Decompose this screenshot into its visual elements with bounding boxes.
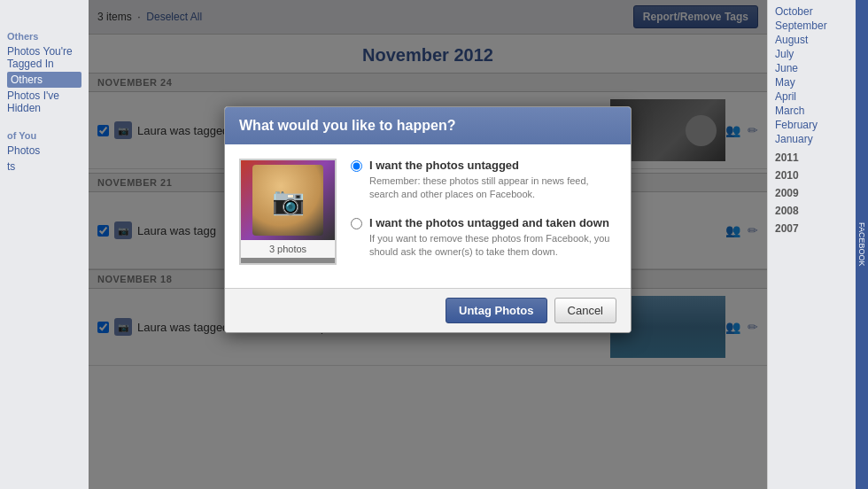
modal-dialog: What would you like to happen? 📷 3 photo… <box>224 106 632 333</box>
modal-option-2: I want the photos untagged and taken dow… <box>351 216 616 260</box>
main-content: 3 items · Deselect All Report/Remove Tag… <box>89 0 767 489</box>
modal-header: What would you like to happen? <box>225 107 631 144</box>
year-2011[interactable]: 2011 <box>775 151 849 164</box>
section-label-others: Others <box>7 31 81 42</box>
facebook-label: FACEBOOK <box>856 0 868 489</box>
cancel-button[interactable]: Cancel <box>554 298 616 323</box>
section-label-you: of You <box>7 130 81 141</box>
right-sidebar: October September August July June May A… <box>767 0 856 489</box>
modal-footer: Untag Photos Cancel <box>225 288 631 332</box>
month-item-september[interactable]: September <box>775 19 849 33</box>
month-item-may[interactable]: May <box>775 75 849 89</box>
modal-photo-inner: 📷 <box>241 160 335 240</box>
month-item-january[interactable]: January <box>775 132 849 146</box>
sidebar-item-tagged[interactable]: Photos You're Tagged In <box>7 43 81 72</box>
modal-photo-preview: 📷 3 photos <box>239 159 337 265</box>
month-item-february[interactable]: February <box>775 118 849 132</box>
month-item-august[interactable]: August <box>775 33 849 47</box>
modal-photo-caption: 3 photos <box>241 240 335 258</box>
sidebar-item-others[interactable]: Others <box>7 72 81 88</box>
option2-desc: If you want to remove these photos from … <box>369 232 616 260</box>
option1-title: I want the photos untagged <box>369 159 616 172</box>
month-item-march[interactable]: March <box>775 104 849 118</box>
option2-title: I want the photos untagged and taken dow… <box>369 216 616 229</box>
option1-radio[interactable] <box>351 160 362 172</box>
modal-body: 📷 3 photos I want the photos untagged Re… <box>225 144 631 288</box>
untag-photos-button[interactable]: Untag Photos <box>446 298 547 323</box>
month-item-october[interactable]: October <box>775 4 849 19</box>
year-2009[interactable]: 2009 <box>775 187 849 199</box>
option1-text: I want the photos untagged Remember: the… <box>369 159 616 202</box>
sidebar-item-photos[interactable]: Photos <box>7 143 81 159</box>
sidebar-item-ts[interactable]: ts <box>7 159 81 175</box>
option1-desc: Remember: these photos still appear in n… <box>369 175 616 202</box>
modal-options: I want the photos untagged Remember: the… <box>351 159 616 274</box>
month-item-april[interactable]: April <box>775 89 849 104</box>
month-item-june[interactable]: June <box>775 61 849 75</box>
option2-text: I want the photos untagged and taken dow… <box>369 216 616 260</box>
sidebar-item-hidden[interactable]: Photos I've Hidden <box>7 88 81 116</box>
month-item-july[interactable]: July <box>775 47 849 61</box>
modal-overlay: What would you like to happen? 📷 3 photo… <box>89 0 767 489</box>
year-2010[interactable]: 2010 <box>775 169 849 182</box>
left-sidebar: Others Photos You're Tagged In Others Ph… <box>0 0 89 489</box>
option2-radio[interactable] <box>351 218 362 229</box>
year-2007[interactable]: 2007 <box>775 222 849 235</box>
modal-option-1: I want the photos untagged Remember: the… <box>351 159 616 202</box>
year-2008[interactable]: 2008 <box>775 205 849 217</box>
